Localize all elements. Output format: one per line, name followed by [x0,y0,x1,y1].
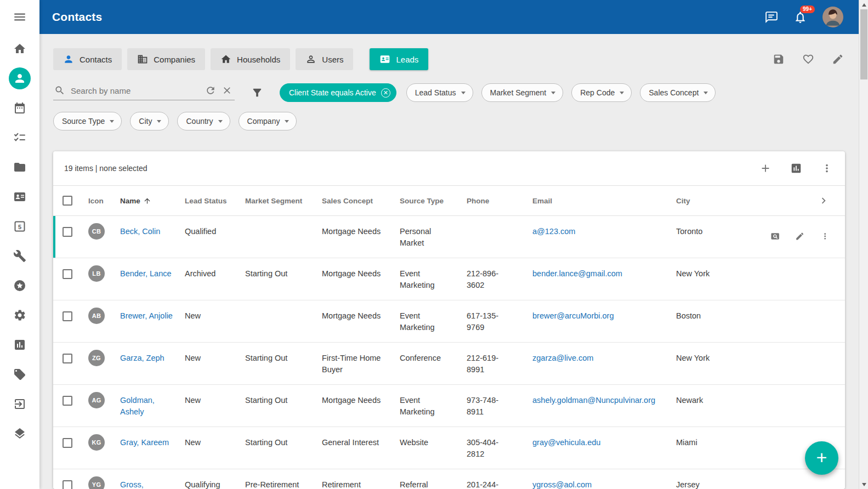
sidebar-item-favorites[interactable] [0,271,39,300]
tab-users[interactable]: Users [296,48,353,70]
contact-name-link[interactable]: Gross, [120,479,144,489]
tab-leads[interactable]: Leads [370,48,428,70]
chat-icon[interactable] [764,10,778,24]
contact-name-link[interactable]: Garza, Zeph [120,352,164,364]
tab-households[interactable]: Households [211,48,290,70]
user-avatar[interactable] [822,7,843,27]
filter-chip-market-segment[interactable]: Market Segment [481,83,564,102]
sidebar-item-exit[interactable] [0,389,39,419]
contact-email-link[interactable]: ygross@aol.com [532,480,592,489]
plus-icon: + [816,448,827,467]
add-record-icon[interactable] [759,162,771,174]
row-checkbox[interactable] [63,269,72,279]
table-row[interactable]: AG Goldman, Ashely New Starting Out Mort… [53,385,845,427]
source-type-cell: Personal Market [400,226,445,249]
chart-view-icon[interactable] [790,162,802,174]
market-segment-cell [245,300,322,342]
refresh-icon[interactable] [205,85,216,96]
edit-pencil-icon[interactable] [795,230,804,242]
hamburger-menu-icon[interactable] [0,0,39,34]
contact-name-link[interactable]: Bender, Lance [120,268,172,280]
more-options-icon[interactable] [821,162,833,174]
column-header-name[interactable]: Name [120,197,185,205]
sidebar-item-opportunities[interactable]: 5 [0,212,39,241]
contact-email-link[interactable]: bender.lance@gmail.com [532,269,622,278]
column-header-market-segment[interactable]: Market Segment [245,197,322,205]
sidebar-item-tasks[interactable] [0,123,39,152]
contact-card-icon [379,54,390,65]
column-header-phone[interactable]: Phone [467,197,532,205]
page-title: Contacts [52,10,102,24]
row-checkbox[interactable] [63,354,72,363]
column-header-lead-status[interactable]: Lead Status [185,197,245,205]
filter-chip-company[interactable]: Company [239,112,297,130]
sidebar-item-contact-card[interactable] [0,182,39,212]
sidebar-item-tools[interactable] [0,241,39,271]
expand-columns-icon[interactable] [818,195,830,207]
column-header-sales-concept[interactable]: Sales Concept [322,197,400,205]
contact-email-link[interactable]: brewer@arcuMorbi.org [532,311,614,320]
vertical-scrollbar[interactable] [859,0,868,489]
add-contact-fab[interactable]: + [805,441,838,475]
sidebar-item-reports[interactable] [0,330,39,360]
contact-email-link[interactable]: gray@vehicula.edu [532,438,600,447]
filter-bar-row-2: Source Type City Country Company [53,112,845,130]
sidebar-item-settings[interactable] [0,300,39,330]
notifications-bell-icon[interactable]: 99+ [793,10,807,24]
column-header-email[interactable]: Email [532,197,676,205]
sidebar-item-documents[interactable] [0,152,39,182]
more-options-icon[interactable] [820,230,830,242]
column-header-city[interactable]: City [676,197,770,205]
contact-email-link[interactable]: a@123.com [532,227,575,236]
source-type-cell: Referral [400,479,428,489]
column-header-source-type[interactable]: Source Type [400,197,467,205]
filter-chip-source-type[interactable]: Source Type [53,112,122,130]
search-input[interactable] [71,86,200,95]
sidebar-item-tags[interactable] [0,360,39,389]
scrollbar-thumb[interactable] [860,9,867,79]
market-segment-cell: Pre-Retirement [245,469,322,489]
sidebar-item-calendar[interactable] [0,93,39,123]
row-checkbox[interactable] [63,480,72,489]
scroll-down-button[interactable] [859,480,868,489]
table-row[interactable]: ZG Garza, Zeph New Starting Out First-Ti… [53,343,845,385]
contact-name-link[interactable]: Goldman, Ashely [120,395,175,418]
contact-name-link[interactable]: Brewer, Anjolie [120,310,173,322]
filter-chip-lead-status[interactable]: Lead Status [406,83,473,102]
tab-companies[interactable]: Companies [127,48,205,70]
filter-chip-country[interactable]: Country [177,112,230,130]
preview-icon[interactable] [770,230,780,242]
table-row[interactable]: CB Beck, Colin Qualified Mortgage Needs … [53,216,845,258]
row-checkbox[interactable] [63,396,72,406]
table-row[interactable]: YG Gross, Qualifying Pre-Retirement Reti… [53,469,845,489]
favorite-heart-icon[interactable] [802,53,814,65]
row-checkbox[interactable] [63,438,72,448]
filter-chip-rep-code[interactable]: Rep Code [571,83,632,102]
contact-name-link[interactable]: Gray, Kareem [120,437,169,448]
clear-search-icon[interactable] [222,85,232,96]
save-icon[interactable] [773,53,785,65]
filter-chip-city[interactable]: City [130,112,169,130]
select-all-checkbox[interactable] [63,196,72,206]
contact-name-link[interactable]: Beck, Colin [120,226,160,237]
edit-pencil-icon[interactable] [832,53,844,65]
table-row[interactable]: LB Bender, Lance Archived Starting Out M… [53,258,845,300]
column-header-icon[interactable]: Icon [88,197,120,205]
remove-filter-icon[interactable]: ✕ [381,88,390,98]
row-checkbox[interactable] [63,227,72,237]
applied-filter-chip[interactable]: Client State equals Active ✕ [280,83,396,102]
sidebar-item-layers[interactable] [0,419,39,448]
contact-initials-avatar: ZG [88,350,105,366]
tab-contacts[interactable]: Contacts [53,48,122,70]
contact-email-link[interactable]: zgarza@live.com [532,354,593,362]
row-checkbox[interactable] [63,311,72,321]
filter-funnel-icon[interactable] [251,87,263,99]
filter-chip-sales-concept[interactable]: Sales Concept [640,83,716,102]
sidebar-item-home[interactable] [0,34,39,64]
contact-email-link[interactable]: ashely.goldman@Nuncpulvinar.org [532,396,655,405]
table-row[interactable]: AB Brewer, Anjolie New Mortgage Needs Ev… [53,300,845,343]
sidebar-item-contacts[interactable] [0,64,39,93]
scroll-up-button[interactable] [859,0,868,9]
table-row[interactable]: KG Gray, Kareem New Starting Out General… [53,427,845,469]
lead-status-cell: Qualifying [185,469,245,489]
